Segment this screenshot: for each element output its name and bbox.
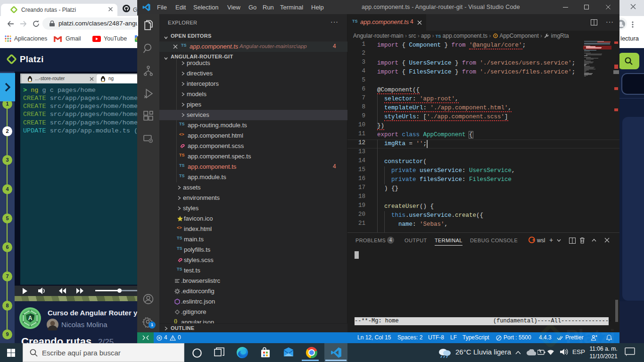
svg-text:A: A xyxy=(28,315,33,321)
